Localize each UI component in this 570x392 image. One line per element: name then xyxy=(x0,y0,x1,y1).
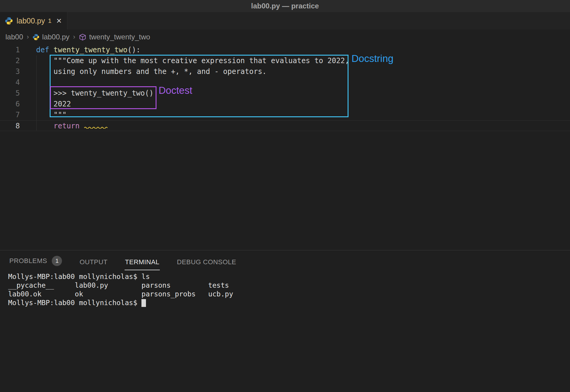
symbol-cube-icon xyxy=(79,33,86,41)
window-title: lab00.py — practice xyxy=(251,2,319,10)
tab-problem-count-badge: 1 xyxy=(48,17,52,24)
line-number: 7 xyxy=(0,109,20,120)
breadcrumb-item-symbol[interactable]: twenty_twenty_two xyxy=(89,33,150,41)
code-line-5[interactable]: 5 >>> twenty_twenty_two() xyxy=(0,88,570,99)
docstring-annotation-label: Docstring xyxy=(352,53,393,64)
panel-tab-label: DEBUG CONSOLE xyxy=(177,258,236,266)
line-number: 1 xyxy=(0,44,20,55)
token-return-keyword: return xyxy=(36,122,80,130)
problems-count-badge: 1 xyxy=(52,256,62,266)
chevron-right-icon: › xyxy=(73,33,75,41)
panel-tab-label: OUTPUT xyxy=(79,258,107,266)
panel-tab-label: PROBLEMS xyxy=(9,257,47,265)
bottom-panel: PROBLEMS 1 OUTPUT TERMINAL DEBUG CONSOLE… xyxy=(0,250,570,392)
close-icon[interactable]: × xyxy=(56,16,62,25)
docstring-text: using only numbers and the +, *, and - o… xyxy=(36,66,267,77)
tab-problems[interactable]: PROBLEMS 1 xyxy=(9,252,62,270)
code-editor[interactable]: 1 def twenty_twenty_two(): 2 """Come up … xyxy=(0,44,570,250)
code-text: def twenty_twenty_two(): xyxy=(36,44,141,55)
python-icon xyxy=(33,34,39,41)
docstring-text: """ xyxy=(36,109,67,120)
line-number: 6 xyxy=(0,99,20,109)
code-line-3[interactable]: 3 using only numbers and the +, *, and -… xyxy=(0,66,570,77)
tab-terminal[interactable]: TERMINAL xyxy=(125,254,160,270)
tab-bar: lab00.py 1 × xyxy=(0,12,570,29)
terminal-line: Mollys-MBP:lab00 mollynicholas$ xyxy=(8,299,141,307)
code-line-6[interactable]: 6 2022 xyxy=(0,99,570,109)
tab-output[interactable]: OUTPUT xyxy=(79,254,108,270)
tab-debug-console[interactable]: DEBUG CONSOLE xyxy=(177,254,237,270)
line-number: 4 xyxy=(0,77,20,88)
docstring-text: """Come up with the most creative expres… xyxy=(36,55,349,66)
doctest-annotation-label: Doctest xyxy=(159,85,192,96)
code-line-1[interactable]: 1 def twenty_twenty_two(): xyxy=(0,44,570,55)
terminal-line: Mollys-MBP:lab00 mollynicholas$ ls xyxy=(8,272,570,281)
token-def-keyword: def xyxy=(36,46,49,54)
titlebar: lab00.py — practice xyxy=(0,0,570,12)
code-text: return xyxy=(36,121,109,131)
breadcrumb: lab00 › lab00.py › twenty_twenty_two xyxy=(0,29,570,44)
code-line-7[interactable]: 7 """ xyxy=(0,109,570,120)
line-number: 5 xyxy=(0,88,20,99)
terminal-prompt-row: Mollys-MBP:lab00 mollynicholas$ xyxy=(8,299,570,307)
token-function-name: twenty_twenty_two xyxy=(54,46,128,54)
code-line-2[interactable]: 2 """Come up with the most creative expr… xyxy=(0,55,570,66)
doctest-text: >>> twenty_twenty_two() xyxy=(36,88,153,99)
line-number: 2 xyxy=(0,55,20,66)
breadcrumb-item-lab00[interactable]: lab00 xyxy=(5,33,23,41)
breadcrumb-item-file[interactable]: lab00.py xyxy=(42,33,70,41)
vscode-window: lab00.py — practice lab00.py 1 × lab00 ›… xyxy=(0,0,570,392)
tab-label: lab00.py xyxy=(17,17,45,25)
code-line-4[interactable]: 4 xyxy=(0,77,570,88)
panel-tab-bar: PROBLEMS 1 OUTPUT TERMINAL DEBUG CONSOLE xyxy=(0,250,570,270)
tab-lab00[interactable]: lab00.py 1 × xyxy=(0,12,67,29)
line-number: 8 xyxy=(0,121,20,131)
terminal-cursor xyxy=(141,299,146,307)
code-line-8-current[interactable]: 8 return xyxy=(0,120,570,131)
doctest-text: 2022 xyxy=(36,99,71,109)
token-punctuation: (): xyxy=(127,46,140,54)
terminal-line: __pycache__ lab00.py parsons tests xyxy=(8,281,570,290)
python-icon xyxy=(5,17,13,25)
panel-tab-label: TERMINAL xyxy=(125,258,159,266)
token-space xyxy=(80,122,84,130)
token-space xyxy=(49,46,53,54)
warning-squiggle xyxy=(84,126,109,129)
line-number: 3 xyxy=(0,66,20,77)
terminal-line: lab00.ok ok parsons_probs ucb.py xyxy=(8,290,570,299)
terminal-output[interactable]: Mollys-MBP:lab00 mollynicholas$ ls __pyc… xyxy=(0,270,570,307)
chevron-right-icon: › xyxy=(27,33,29,41)
